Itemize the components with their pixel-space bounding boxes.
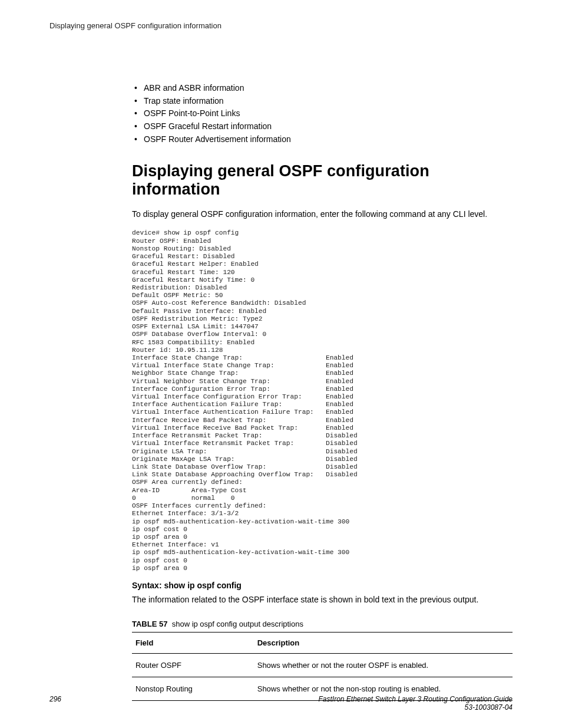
table-row: Router OSPF Shows whether or not the rou… [132, 654, 513, 677]
table-header-row: Field Description [132, 633, 513, 654]
cell-field: Router OSPF [132, 654, 254, 677]
list-item: OSPF Router Advertisement information [132, 133, 513, 146]
list-item: OSPF Graceful Restart information [132, 120, 513, 133]
cell-description: Shows whether or not the router OSPF is … [254, 654, 513, 677]
table-label: TABLE 57 [132, 620, 167, 628]
list-item: ABR and ASBR information [132, 82, 513, 95]
col-field: Field [132, 633, 254, 654]
table-title: show ip ospf config output descriptions [172, 620, 303, 628]
page-number: 296 [49, 695, 61, 703]
syntax-line: Syntax: show ip ospf config [132, 581, 513, 590]
note-paragraph: The information related to the OSPF inte… [132, 595, 513, 604]
list-item: OSPF Point-to-Point Links [132, 107, 513, 120]
cli-output: device# show ip ospf config Router OSPF:… [132, 229, 513, 572]
doc-info: FastIron Ethernet Switch Layer 3 Routing… [318, 695, 513, 711]
main-content: ABR and ASBR information Trap state info… [49, 82, 513, 701]
section-heading: Displaying general OSPF configuration in… [132, 162, 513, 199]
intro-paragraph: To display general OSPF configuration in… [132, 209, 513, 219]
col-description: Description [254, 633, 513, 654]
list-item: Trap state information [132, 95, 513, 108]
description-table: Field Description Router OSPF Shows whet… [132, 632, 513, 701]
running-head: Displaying general OSPF configuration in… [49, 21, 513, 30]
doc-title: FastIron Ethernet Switch Layer 3 Routing… [318, 695, 513, 703]
page: Displaying general OSPF configuration in… [0, 0, 562, 728]
page-footer: 296 FastIron Ethernet Switch Layer 3 Rou… [49, 695, 513, 711]
doc-number: 53-1003087-04 [465, 703, 513, 711]
table-caption: TABLE 57 show ip ospf config output desc… [132, 620, 513, 628]
bullet-list: ABR and ASBR information Trap state info… [132, 82, 513, 146]
